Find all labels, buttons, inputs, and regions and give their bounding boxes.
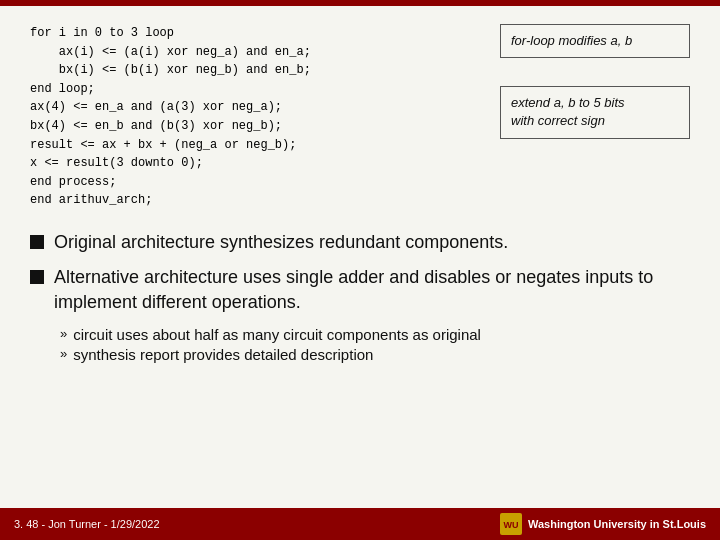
bullet-square-1 <box>30 235 44 249</box>
code-section: for i in 0 to 3 loop ax(i) <= (a(i) xor … <box>30 24 690 210</box>
bullet-square-2 <box>30 270 44 284</box>
bullets-section: Original architecture synthesizes redund… <box>30 230 690 366</box>
sub-bullet-1: » circuit uses about half as many circui… <box>60 326 690 343</box>
sub-bullet-arrow-2: » <box>60 346 67 361</box>
footer-logo: WU Washington University in St.Louis <box>500 513 706 535</box>
footer: 3. 48 - Jon Turner - 1/29/2022 WU Washin… <box>0 508 720 540</box>
svg-text:WU: WU <box>503 520 518 530</box>
annotation-extend-text: extend a, b to 5 bitswith correct sign <box>511 95 625 128</box>
footer-citation: 3. 48 - Jon Turner - 1/29/2022 <box>14 518 160 530</box>
code-block: for i in 0 to 3 loop ax(i) <= (a(i) xor … <box>30 24 484 210</box>
slide: for i in 0 to 3 loop ax(i) <= (a(i) xor … <box>0 0 720 540</box>
annotation-for-loop: for-loop modifies a, b <box>500 24 690 58</box>
sub-bullet-text-2: synthesis report provides detailed descr… <box>73 346 373 363</box>
bullet-item-1: Original architecture synthesizes redund… <box>30 230 690 255</box>
sub-bullet-2: » synthesis report provides detailed des… <box>60 346 690 363</box>
sub-bullets: » circuit uses about half as many circui… <box>30 326 690 363</box>
main-content: for i in 0 to 3 loop ax(i) <= (a(i) xor … <box>0 6 720 508</box>
wustl-logo-icon: WU <box>500 513 522 535</box>
annotation-extend: extend a, b to 5 bitswith correct sign <box>500 86 690 138</box>
bullet-text-2: Alternative architecture uses single add… <box>54 265 690 315</box>
annotations-panel: for-loop modifies a, b extend a, b to 5 … <box>500 24 690 139</box>
bullet-item-2: Alternative architecture uses single add… <box>30 265 690 315</box>
footer-logo-text: Washington University in St.Louis <box>528 518 706 530</box>
annotation-for-loop-text: for-loop modifies a, b <box>511 33 632 48</box>
sub-bullet-text-1: circuit uses about half as many circuit … <box>73 326 481 343</box>
sub-bullet-arrow-1: » <box>60 326 67 341</box>
bullet-text-1: Original architecture synthesizes redund… <box>54 230 690 255</box>
